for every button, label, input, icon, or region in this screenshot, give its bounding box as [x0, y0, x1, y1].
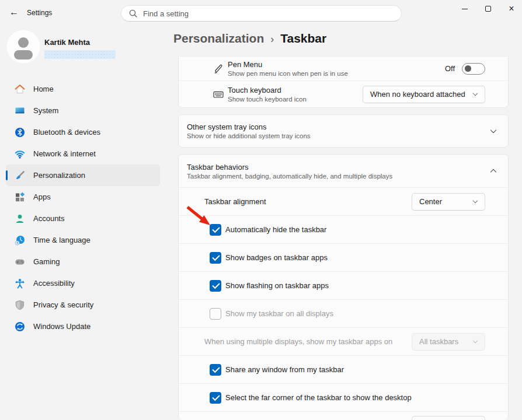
- sidebar-item-label: Windows Update: [33, 322, 91, 331]
- chevron-up-icon: [490, 169, 496, 175]
- brush-icon: [14, 170, 26, 181]
- close-icon: ×: [509, 4, 514, 13]
- sidebar-item-apps[interactable]: Apps: [6, 186, 160, 208]
- chevron-down-icon: [490, 127, 496, 133]
- search-input[interactable]: Find a setting: [121, 5, 402, 22]
- checkbox-label: Share any window from my taskbar: [225, 365, 344, 374]
- sidebar-item-windows-update[interactable]: Windows Update: [6, 316, 160, 337]
- home-icon: [14, 83, 26, 95]
- breadcrumb-separator-icon: ›: [270, 33, 274, 46]
- profile-name: Kartik Mehta: [44, 38, 90, 47]
- card-other-system-tray[interactable]: Other system tray icons Show or hide add…: [178, 114, 509, 148]
- show-badges-checkbox[interactable]: [210, 252, 221, 264]
- sidebar-item-label: Personalization: [33, 171, 85, 180]
- row-auto-hide: Automatically hide the taskbar: [179, 215, 508, 243]
- sidebar-item-gaming[interactable]: Gaming: [6, 251, 160, 272]
- dropdown-value: Center: [419, 197, 442, 206]
- sidebar-item-accounts[interactable]: Accounts: [6, 208, 160, 229]
- minimize-button[interactable]: [452, 0, 478, 18]
- setting-label: Taskbar alignment: [204, 197, 266, 206]
- toggle-state-label: Off: [445, 64, 455, 73]
- partial-dropdown[interactable]: [412, 416, 485, 420]
- far-corner-checkbox[interactable]: [210, 392, 221, 404]
- setting-subtitle: Show pen menu icon when pen is in use: [228, 70, 348, 77]
- dropdown-value: All taskbars: [419, 337, 458, 346]
- setting-subtitle: Show touch keyboard icon: [228, 96, 307, 103]
- row-all-displays: Show my taskbar on all displays: [179, 299, 508, 327]
- row-taskbar-alignment: Taskbar alignment Center: [179, 187, 508, 215]
- multi-display-dropdown: All taskbars: [412, 333, 485, 351]
- setting-subtitle: Show or hide additional system tray icon…: [187, 132, 311, 139]
- row-far-corner: Select the far corner of the taskbar to …: [179, 383, 508, 411]
- maximize-button[interactable]: [475, 0, 501, 18]
- pen-icon: [213, 63, 224, 75]
- card-taskbar-behaviors: Taskbar behaviors Taskbar alignment, bad…: [178, 154, 509, 420]
- checkbox-label: Select the far corner of the taskbar to …: [225, 393, 412, 402]
- sidebar-item-time-language[interactable]: Time & language: [6, 229, 160, 251]
- row-partial-next: [179, 411, 508, 420]
- back-arrow-icon: ←: [9, 7, 19, 18]
- touch-keyboard-dropdown[interactable]: When no keyboard attached: [363, 86, 485, 103]
- page-title: Taskbar: [280, 32, 326, 46]
- profile-email-redacted: [44, 50, 116, 59]
- sidebar-item-label: Gaming: [33, 257, 60, 266]
- row-multi-display: When using multiple displays, show my ta…: [179, 327, 508, 355]
- gamepad-icon: [14, 256, 26, 268]
- show-flashing-checkbox[interactable]: [210, 280, 221, 292]
- chevron-down-icon: [473, 91, 478, 96]
- sidebar-item-label: Time & language: [33, 236, 91, 244]
- chevron-down-icon: [473, 338, 478, 343]
- sidebar-item-accessibility[interactable]: Accessibility: [6, 272, 160, 294]
- app-title: Settings: [27, 9, 52, 17]
- sidebar-item-network[interactable]: Network & internet: [6, 143, 160, 164]
- pen-menu-toggle[interactable]: [462, 63, 485, 75]
- sidebar-item-home[interactable]: Home: [6, 78, 160, 100]
- sidebar-item-label: System: [33, 106, 58, 115]
- apps-icon: [14, 191, 26, 203]
- row-touch-keyboard: Touch keyboard Show touch keyboard icon …: [179, 80, 508, 107]
- sidebar-nav: Home System Bluetooth & devices Network …: [0, 78, 169, 337]
- sidebar-item-label: Network & internet: [33, 149, 96, 158]
- setting-title: Pen Menu: [228, 60, 348, 69]
- avatar[interactable]: [6, 29, 41, 64]
- breadcrumb-parent[interactable]: Personalization: [173, 32, 264, 46]
- back-button[interactable]: ←: [6, 5, 22, 20]
- person-icon: [6, 29, 41, 64]
- setting-title: Taskbar behaviors: [187, 163, 392, 172]
- wifi-icon: [14, 148, 26, 160]
- row-share-window: Share any window from my taskbar: [179, 355, 508, 383]
- row-show-badges: Show badges on taskbar apps: [179, 243, 508, 271]
- sidebar-item-system[interactable]: System: [6, 100, 160, 121]
- sidebar-item-label: Apps: [33, 192, 51, 201]
- sidebar-item-personalization[interactable]: Personalization: [6, 164, 160, 186]
- row-show-flashing: Show flashing on taskbar apps: [179, 271, 508, 299]
- search-placeholder: Find a setting: [143, 9, 189, 18]
- card-system-tray-items: Pen Menu Show pen menu icon when pen is …: [178, 56, 509, 108]
- search-icon: [129, 9, 137, 18]
- row-pen-menu: Pen Menu Show pen menu icon when pen is …: [179, 57, 508, 80]
- sidebar-item-label: Accessibility: [33, 279, 75, 288]
- share-window-checkbox[interactable]: [210, 364, 221, 376]
- expander-other-tray[interactable]: Other system tray icons Show or hide add…: [179, 115, 508, 147]
- expander-taskbar-behaviors[interactable]: Taskbar behaviors Taskbar alignment, bad…: [179, 155, 508, 187]
- auto-hide-checkbox[interactable]: [210, 224, 221, 236]
- accessibility-icon: [14, 278, 26, 289]
- accounts-icon: [14, 213, 26, 225]
- sidebar-item-bluetooth[interactable]: Bluetooth & devices: [6, 121, 160, 143]
- close-button[interactable]: ×: [499, 0, 522, 18]
- sidebar-item-label: Home: [33, 85, 54, 93]
- all-displays-checkbox: [210, 308, 221, 320]
- sidebar-item-privacy[interactable]: Privacy & security: [6, 294, 160, 316]
- dropdown-value: When no keyboard attached: [370, 90, 465, 99]
- sidebar-item-label: Bluetooth & devices: [33, 128, 100, 136]
- checkbox-label: Show flashing on taskbar apps: [225, 281, 329, 290]
- checkbox-label: Show my taskbar on all displays: [225, 309, 333, 318]
- bluetooth-icon: [14, 127, 26, 138]
- taskbar-alignment-dropdown[interactable]: Center: [412, 193, 485, 211]
- maximize-icon: [485, 6, 491, 12]
- setting-title: Touch keyboard: [228, 86, 307, 94]
- checkbox-label: Automatically hide the taskbar: [225, 225, 326, 234]
- sidebar-item-label: Accounts: [33, 214, 64, 223]
- time-language-icon: [14, 235, 26, 246]
- sidebar-item-label: Privacy & security: [33, 300, 93, 309]
